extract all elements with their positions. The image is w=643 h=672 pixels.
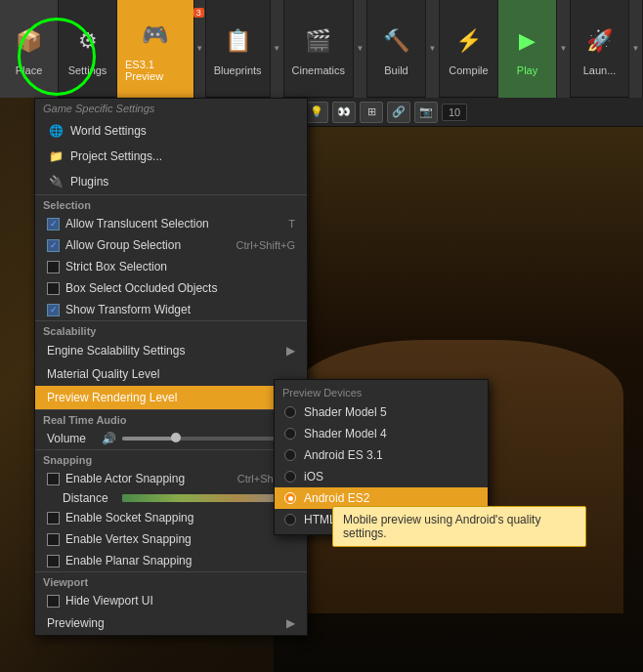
es3preview-label: ES3.1 Preview xyxy=(125,59,186,82)
box-select-occluded-label: Box Select Occluded Objects xyxy=(65,281,217,295)
vp-show-btn[interactable]: 👀 xyxy=(332,102,356,123)
distance-bar[interactable] xyxy=(122,494,295,502)
launch-button[interactable]: 🚀 Laun... xyxy=(571,0,629,98)
shader-model-4-radio[interactable] xyxy=(284,428,296,440)
place-icon: 📦 xyxy=(10,21,49,61)
hide-viewport-ui-checkbox[interactable] xyxy=(47,595,60,608)
material-quality-item[interactable]: Material Quality Level xyxy=(35,362,307,386)
distance-label: Distance xyxy=(63,491,116,505)
enable-socket-snapping-checkbox[interactable] xyxy=(47,512,60,525)
play-button[interactable]: ▶ Play xyxy=(498,0,557,98)
world-settings-label: World Settings xyxy=(70,124,147,138)
previewing-item[interactable]: Previewing ▶ xyxy=(35,611,307,635)
allow-group-shortcut: Ctrl+Shift+G xyxy=(236,239,295,251)
allow-group-label: Allow Group Selection xyxy=(65,238,181,252)
enable-actor-snapping-checkbox[interactable] xyxy=(47,473,60,485)
android-es2-radio[interactable] xyxy=(284,492,296,504)
allow-translucent-label: Allow Translucent Selection xyxy=(65,217,209,231)
volume-thumb[interactable] xyxy=(171,433,181,442)
blueprints-icon: 📋 xyxy=(218,21,257,61)
show-transform-item[interactable]: Show Transform Widget xyxy=(35,299,307,320)
cinematics-arrow[interactable]: ▼ xyxy=(354,0,367,98)
cinematics-button[interactable]: 🎬 Cinematics xyxy=(284,0,354,98)
volume-fill xyxy=(122,437,174,441)
enable-actor-snapping-label: Enable Actor Snapping xyxy=(65,472,185,485)
build-label: Build xyxy=(384,64,407,76)
android-es31-label: Android ES 3.1 xyxy=(304,448,383,462)
world-settings-item[interactable]: 🌐 World Settings xyxy=(35,118,307,144)
allow-translucent-shortcut: T xyxy=(288,218,295,230)
es3preview-badge: 3 xyxy=(193,8,204,18)
enable-socket-snapping-item[interactable]: Enable Socket Snapping xyxy=(35,507,307,528)
enable-vertex-snapping-checkbox[interactable] xyxy=(47,533,60,546)
scalability-section-label: Scalability xyxy=(35,320,307,339)
shader-model-4-item[interactable]: Shader Model 4 xyxy=(275,423,488,444)
launch-icon: 🚀 xyxy=(580,21,620,61)
play-arrow[interactable]: ▼ xyxy=(557,0,571,98)
enable-vertex-snapping-item[interactable]: Enable Vertex Snapping xyxy=(35,528,307,550)
launch-btn-group: 🚀 Laun... ▼ xyxy=(571,0,643,98)
build-button[interactable]: 🔨 Build xyxy=(367,0,426,98)
place-label: Place xyxy=(16,64,43,76)
es3preview-button[interactable]: 3 🎮 ES3.1 Preview xyxy=(117,0,194,98)
vp-snap-btn[interactable]: 🔗 xyxy=(387,102,410,123)
ios-item[interactable]: iOS xyxy=(275,466,488,487)
html5-radio[interactable] xyxy=(284,514,296,525)
place-btn-group: 📦 Place xyxy=(0,0,59,98)
compile-button[interactable]: ⚡ Compile xyxy=(440,0,498,98)
shader-model-5-item[interactable]: Shader Model 5 xyxy=(275,401,488,423)
show-transform-checkbox[interactable] xyxy=(47,304,60,316)
plugins-item[interactable]: 🔌 Plugins xyxy=(35,169,307,194)
preview-rendering-label: Preview Rendering Level xyxy=(47,391,177,404)
enable-planar-snapping-checkbox[interactable] xyxy=(47,555,60,567)
settings-icon: ⚙ xyxy=(68,21,107,61)
strict-box-item[interactable]: Strict Box Selection xyxy=(35,256,307,277)
enable-actor-snapping-item[interactable]: Enable Actor Snapping Ctrl+Shift+K xyxy=(35,468,307,489)
android-es31-radio[interactable] xyxy=(284,449,296,461)
play-btn-group: ▶ Play ▼ xyxy=(498,0,571,98)
engine-scalability-item[interactable]: Engine Scalability Settings ▶ xyxy=(35,339,307,362)
blueprints-btn-group: 📋 Blueprints ▼ xyxy=(206,0,284,98)
allow-translucent-checkbox[interactable] xyxy=(47,218,60,231)
allow-translucent-item[interactable]: Allow Translucent Selection T xyxy=(35,213,307,234)
preview-rendering-item[interactable]: Preview Rendering Level ▶ xyxy=(35,386,307,409)
vp-grid-btn[interactable]: ⊞ xyxy=(360,102,383,123)
vp-camera-btn[interactable]: 📷 xyxy=(414,102,438,123)
compile-btn-group: ⚡ Compile xyxy=(440,0,498,98)
cinematics-label: Cinematics xyxy=(292,64,345,76)
blueprints-arrow[interactable]: ▼ xyxy=(271,0,284,98)
shader-model-5-radio[interactable] xyxy=(284,406,296,418)
previewing-arrow: ▶ xyxy=(286,616,295,630)
settings-button[interactable]: ⚙ Settings xyxy=(59,0,117,98)
viewport-section-label: Viewport xyxy=(35,571,307,590)
plugins-label: Plugins xyxy=(70,175,108,189)
launch-arrow[interactable]: ▼ xyxy=(629,0,643,98)
build-icon: 🔨 xyxy=(377,21,416,61)
android-es31-item[interactable]: Android ES 3.1 xyxy=(275,444,488,466)
shader-model-5-label: Shader Model 5 xyxy=(304,405,387,419)
vp-number: 10 xyxy=(442,104,467,121)
ios-label: iOS xyxy=(304,470,323,483)
project-settings-label: Project Settings... xyxy=(70,149,162,163)
project-settings-item[interactable]: 📁 Project Settings... xyxy=(35,144,307,169)
strict-box-checkbox[interactable] xyxy=(47,261,60,273)
hide-viewport-ui-label: Hide Viewport UI xyxy=(65,594,153,608)
enable-socket-snapping-label: Enable Socket Snapping xyxy=(65,511,193,525)
android-es2-label: Android ES2 xyxy=(304,491,369,505)
build-arrow[interactable]: ▼ xyxy=(426,0,440,98)
blueprints-button[interactable]: 📋 Blueprints xyxy=(206,0,271,98)
volume-slider[interactable] xyxy=(122,437,295,441)
allow-group-checkbox[interactable] xyxy=(47,239,60,252)
box-select-occluded-item[interactable]: Box Select Occluded Objects xyxy=(35,277,307,299)
allow-group-item[interactable]: Allow Group Selection Ctrl+Shift+G xyxy=(35,234,307,256)
hide-viewport-ui-item[interactable]: Hide Viewport UI xyxy=(35,590,307,611)
engine-scalability-label: Engine Scalability Settings xyxy=(47,344,185,357)
place-button[interactable]: 📦 Place xyxy=(0,0,59,98)
enable-planar-snapping-item[interactable]: Enable Planar Snapping xyxy=(35,550,307,571)
settings-dropdown: Game Specific Settings 🌐 World Settings … xyxy=(34,98,308,636)
box-select-occluded-checkbox[interactable] xyxy=(47,282,60,295)
viewport-bar: 👁 💡 👀 ⊞ 🔗 📷 10 xyxy=(274,98,643,127)
ios-radio[interactable] xyxy=(284,471,296,483)
launch-label: Laun... xyxy=(583,64,617,76)
vp-lighting-btn[interactable]: 💡 xyxy=(305,102,328,123)
